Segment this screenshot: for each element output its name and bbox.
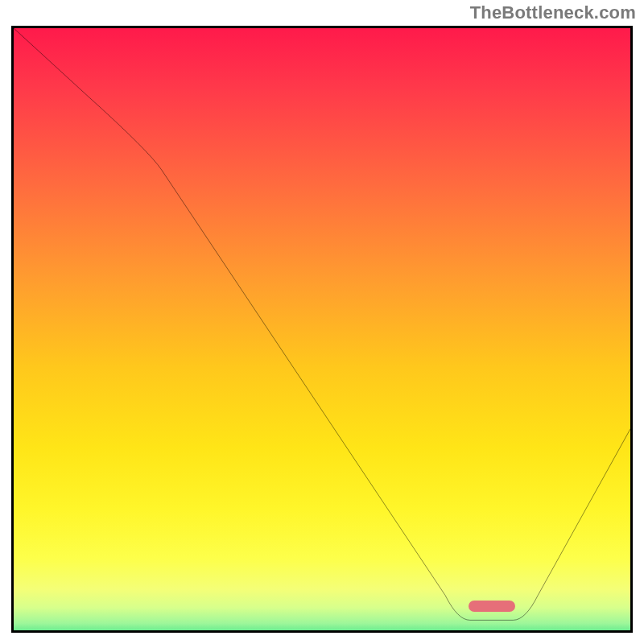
chart-container: TheBottleneck.com [0,0,644,644]
attribution-text: TheBottleneck.com [470,2,636,23]
bottleneck-curve [14,28,630,633]
plot-frame [11,26,633,633]
optimal-marker [469,601,515,612]
